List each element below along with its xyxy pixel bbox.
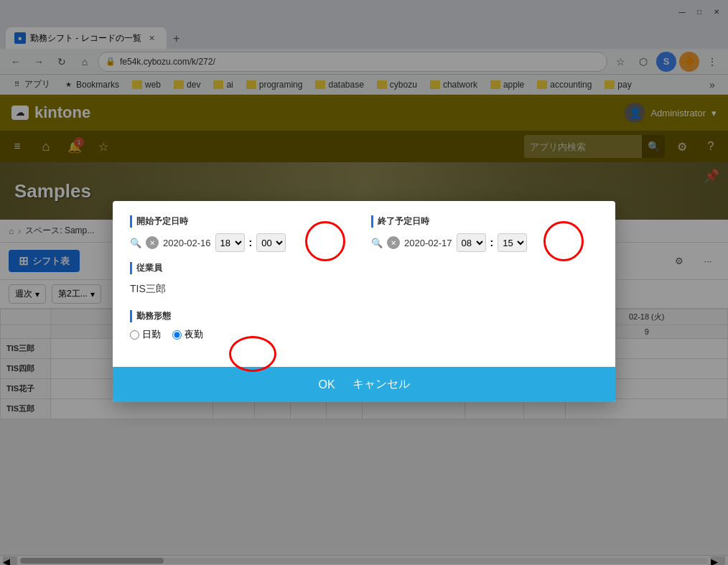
work-type-section: 勤務形態 日勤 夜勤 [130, 310, 598, 341]
employee-label: 従業員 [130, 262, 598, 274]
day-shift-label: 日勤 [142, 328, 161, 341]
end-search-icon: 🔍 [371, 238, 383, 248]
start-hour-select[interactable]: 18 000108 [215, 233, 245, 252]
end-minute-select[interactable]: 15 003045 [498, 233, 527, 252]
night-shift-option[interactable]: 夜勤 [172, 328, 203, 341]
modal-dialog: 開始予定日時 🔍 ✕ 2020-02-16 18 000108 : 00 153… [113, 201, 615, 402]
end-clear-button[interactable]: ✕ [387, 236, 400, 249]
ok-button[interactable]: OK [318, 378, 335, 391]
modal-body: 開始予定日時 🔍 ✕ 2020-02-16 18 000108 : 00 153… [113, 201, 615, 367]
modal-footer: OK キャンセル [113, 367, 615, 402]
modal-overlay: 開始予定日時 🔍 ✕ 2020-02-16 18 000108 : 00 153… [0, 0, 728, 565]
cancel-button[interactable]: キャンセル [353, 377, 410, 392]
end-date-text: 2020-02-17 [404, 238, 452, 248]
work-type-radio-group: 日勤 夜勤 [130, 328, 598, 341]
day-shift-option[interactable]: 日勤 [130, 328, 161, 341]
night-shift-radio[interactable] [172, 330, 182, 340]
end-date-field: 🔍 ✕ 2020-02-17 08 0018 : 15 003045 [371, 233, 598, 252]
start-search-icon: 🔍 [130, 238, 141, 248]
start-label: 開始予定日時 [130, 215, 357, 228]
start-time-colon: : [249, 237, 253, 248]
end-hour-select[interactable]: 08 0018 [457, 233, 486, 252]
end-label: 終了予定日時 [371, 215, 598, 228]
start-minute-select[interactable]: 00 153045 [256, 233, 286, 252]
end-time-colon: : [490, 237, 494, 248]
employee-name-value: TIS三郎 [130, 280, 598, 299]
day-shift-radio[interactable] [130, 330, 139, 340]
end-datetime-col: 終了予定日時 🔍 ✕ 2020-02-17 08 0018 : 15 00304… [371, 215, 598, 252]
work-type-label: 勤務形態 [130, 310, 598, 322]
night-shift-label: 夜勤 [185, 328, 203, 341]
start-clear-button[interactable]: ✕ [146, 236, 159, 249]
datetime-section: 開始予定日時 🔍 ✕ 2020-02-16 18 000108 : 00 153… [130, 215, 598, 252]
start-date-text: 2020-02-16 [163, 238, 211, 248]
start-datetime-col: 開始予定日時 🔍 ✕ 2020-02-16 18 000108 : 00 153… [130, 215, 357, 252]
start-date-field: 🔍 ✕ 2020-02-16 18 000108 : 00 153045 [130, 233, 357, 252]
employee-section: 従業員 TIS三郎 [130, 262, 598, 299]
